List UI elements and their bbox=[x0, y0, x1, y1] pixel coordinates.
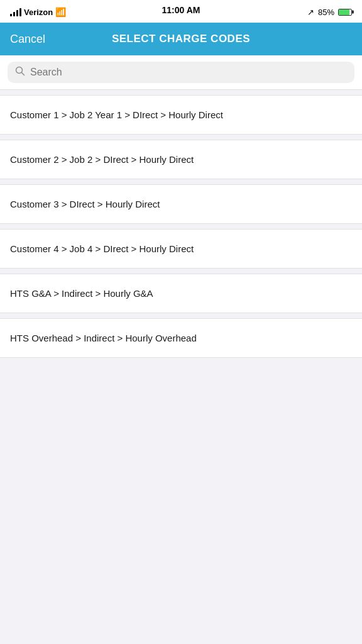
search-icon bbox=[15, 66, 25, 79]
battery-percent: 85% bbox=[318, 8, 334, 17]
search-input[interactable] bbox=[30, 67, 347, 78]
list-item[interactable]: Customer 4 > Job 4 > DIrect > Hourly Dir… bbox=[0, 229, 362, 269]
status-bar: Verizon 📶 11:00 AM ↗ 85% bbox=[0, 0, 362, 23]
search-bar bbox=[0, 55, 362, 90]
nav-bar: Cancel SELECT CHARGE CODES bbox=[0, 23, 362, 55]
location-icon: ↗ bbox=[307, 8, 314, 17]
search-wrapper[interactable] bbox=[8, 62, 354, 83]
charge-codes-list: Customer 1 > Job 2 Year 1 > DIrect > Hou… bbox=[0, 90, 362, 363]
list-item[interactable]: Customer 3 > DIrect > Hourly Direct bbox=[0, 184, 362, 224]
battery-fill bbox=[339, 9, 349, 15]
status-right: ↗ 85% bbox=[307, 8, 352, 17]
signal-bars-icon bbox=[10, 8, 21, 16]
cancel-button[interactable]: Cancel bbox=[10, 33, 45, 46]
carrier-label: Verizon bbox=[24, 8, 53, 17]
list-item[interactable]: Customer 2 > Job 2 > DIrect > Hourly Dir… bbox=[0, 140, 362, 179]
svg-line-1 bbox=[22, 73, 25, 75]
wifi-icon: 📶 bbox=[55, 7, 66, 17]
list-item[interactable]: HTS Overhead > Indirect > Hourly Overhea… bbox=[0, 318, 362, 358]
page-title: SELECT CHARGE CODES bbox=[112, 33, 250, 45]
status-left: Verizon 📶 bbox=[10, 7, 66, 17]
list-item[interactable]: HTS G&A > Indirect > Hourly G&A bbox=[0, 274, 362, 313]
battery-icon bbox=[338, 9, 352, 16]
list-item[interactable]: Customer 1 > Job 2 Year 1 > DIrect > Hou… bbox=[0, 95, 362, 135]
status-time: 11:00 AM bbox=[162, 5, 200, 15]
